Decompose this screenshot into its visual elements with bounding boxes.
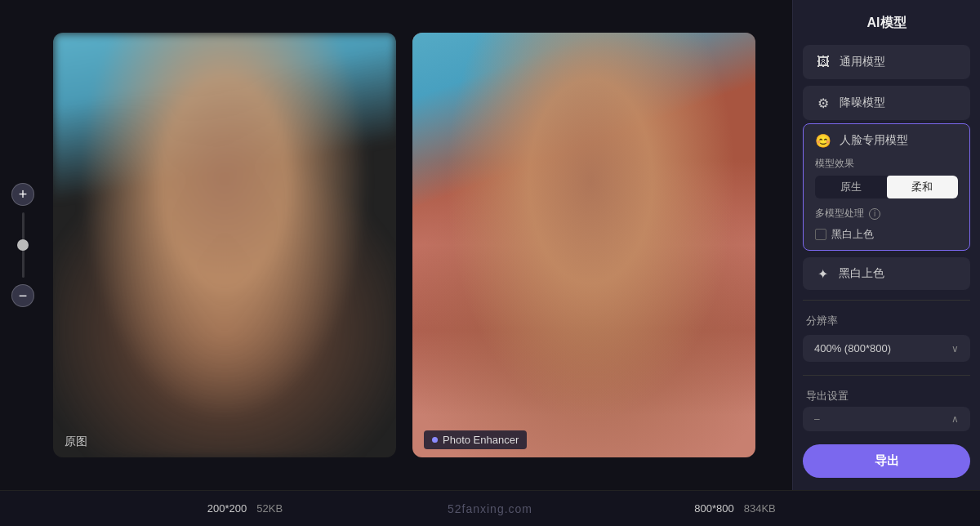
multi-model-label: 多模型处理 [815,207,864,221]
photo-enhancer-tag: Photo Enhancer [424,430,527,449]
original-filesize: 52KB [256,502,283,515]
color-enhance-item[interactable]: ✦ 黑白上色 [803,257,970,290]
effect-original-btn[interactable]: 原生 [815,176,887,198]
resolution-value: 400% (800*800) [814,342,891,354]
enhanced-file-info: 800*800 834KB [490,502,980,515]
multi-model-info-icon[interactable]: i [869,208,880,220]
enhanced-filesize: 834KB [744,502,776,515]
general-model-icon: 🖼 [815,54,831,70]
original-label: 原图 [65,435,87,449]
general-model-label: 通用模型 [840,55,885,69]
original-file-info: 200*200 52KB [0,502,490,515]
images-wrapper: 原图 Photo Enhancer [0,0,792,490]
effect-label: 模型效果 [815,157,958,171]
multi-model-row: 多模型处理 i [815,207,958,221]
model-item-face[interactable]: 😊 人脸专用模型 模型效果 原生 柔和 多模型处理 i 黑白上色 [803,123,970,251]
export-options-row[interactable]: – ∧ [803,407,970,431]
original-image-card: 原图 [53,33,396,457]
zoom-slider-thumb [17,239,29,251]
face-model-label: 人脸专用模型 [840,133,908,148]
bw-color-label: 黑白上色 [831,227,874,242]
effect-soft-btn[interactable]: 柔和 [887,176,959,198]
enhancer-label: Photo Enhancer [443,434,519,446]
enhanced-dimensions: 800*800 [694,502,733,515]
export-section-label: 导出设置 [793,382,980,407]
checkbox-row: 黑白上色 [815,227,958,242]
resolution-chevron-icon: ∨ [951,343,959,354]
main-container: + − 原图 Photo Enhancer AI模型 [0,0,980,490]
original-image-visual [53,33,396,457]
color-item-label: 黑白上色 [839,266,884,281]
denoise-model-icon: ⚙ [815,95,831,111]
resolution-dropdown[interactable]: 400% (800*800) ∨ [803,335,970,362]
sidebar-title: AI模型 [793,0,980,42]
model-item-general[interactable]: 🖼 通用模型 [803,45,970,79]
zoom-slider-track[interactable] [22,212,24,278]
bottom-bar: 200*200 52KB 52fanxing.com 800*800 834KB [0,490,980,526]
export-chevron-icon: ∧ [951,413,959,425]
face-model-icon: 😊 [815,132,831,149]
enhanced-image-visual [412,33,755,457]
bw-color-checkbox[interactable] [815,229,826,240]
watermark-text: 52fanxing.com [448,502,532,515]
enhanced-image-card: Photo Enhancer [412,33,755,457]
face-model-header: 😊 人脸专用模型 [815,132,958,149]
effect-buttons: 原生 柔和 [815,176,958,198]
sidebar: AI模型 🖼 通用模型 ⚙ 降噪模型 😊 人脸专用模型 模型效果 原生 柔和 多… [792,0,980,490]
zoom-in-button[interactable]: + [11,183,34,206]
original-dimensions: 200*200 [207,502,247,515]
resolution-label: 分辨率 [793,307,980,332]
color-icon: ✦ [814,265,831,282]
denoise-model-label: 降噪模型 [840,96,885,110]
zoom-out-button[interactable]: − [11,284,34,307]
image-area: + − 原图 Photo Enhancer [0,0,792,490]
model-item-denoise[interactable]: ⚙ 降噪模型 [803,86,970,120]
export-button[interactable]: 导出 [803,444,970,478]
enhancer-dot [432,437,438,443]
zoom-controls: + − [11,183,34,307]
export-options-dash: – [814,413,820,425]
divider-2 [803,375,970,376]
divider-1 [803,300,970,301]
